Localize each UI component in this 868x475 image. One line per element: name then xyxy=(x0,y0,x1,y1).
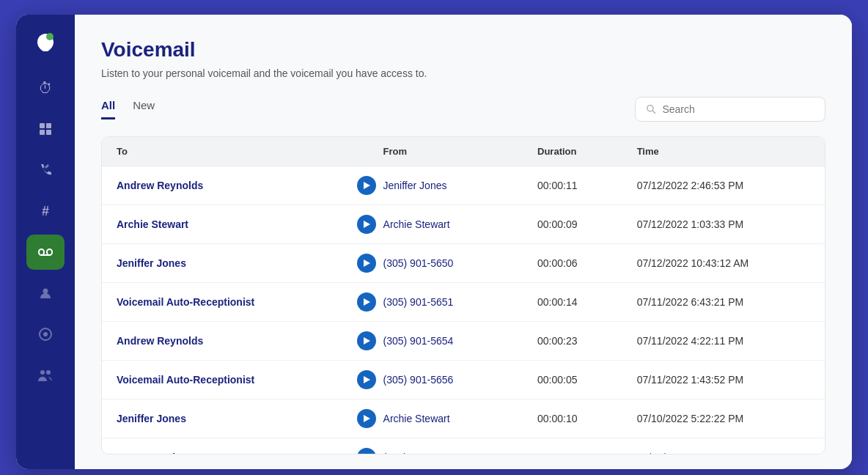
col-header-from: From xyxy=(342,137,523,166)
cell-time: 07/11/2022 4:22:11 PM xyxy=(622,322,825,361)
cell-to: Andrew Reynolds xyxy=(102,322,342,361)
svg-point-11 xyxy=(40,370,45,375)
svg-rect-2 xyxy=(46,123,51,128)
svg-rect-3 xyxy=(40,130,45,135)
cell-to: Voicemail Auto-Receptionist xyxy=(102,283,342,322)
tabs: All New xyxy=(101,99,155,119)
svg-point-12 xyxy=(46,370,51,375)
cell-duration: 00:00:11 xyxy=(523,166,622,205)
play-button[interactable] xyxy=(357,215,376,234)
play-button[interactable] xyxy=(357,176,376,195)
cell-time: 07/11/2022 6:43:21 PM xyxy=(622,283,825,322)
sidebar: ⏱ # xyxy=(16,15,75,469)
table-row: Jeniffer Jones (305) 901-5650 00:00:06 0… xyxy=(102,244,825,283)
search-box xyxy=(635,97,825,122)
cell-time: 07/11/2022 1:43:52 PM xyxy=(622,361,825,399)
svg-point-13 xyxy=(647,106,653,111)
tabs-row: All New xyxy=(101,97,825,122)
cell-from: (305) 901-5654 xyxy=(342,322,523,361)
svg-point-8 xyxy=(43,289,48,294)
cell-duration: 00:00:10 xyxy=(523,399,622,438)
cell-from: (305) 901-5651 xyxy=(342,283,523,322)
svg-point-10 xyxy=(43,332,48,336)
cell-to: Voicemail Auto-Receptionist xyxy=(102,361,342,399)
app-container: ⏱ # xyxy=(16,15,852,469)
cell-to: Andrew Reynolds xyxy=(102,166,342,205)
table-row: Andrew Reynolds (305) 901-5654 00:00:23 … xyxy=(102,322,825,361)
sidebar-item-team[interactable] xyxy=(26,358,65,393)
play-button[interactable] xyxy=(357,292,376,312)
cell-time: 07/10/2022 2:21:18 PM xyxy=(622,438,825,455)
voicemail-table: To From Duration Time Andrew Reynolds Je… xyxy=(102,137,825,454)
cell-to: Jeniffer Jones xyxy=(102,399,342,438)
sidebar-item-contacts[interactable] xyxy=(26,276,65,311)
cell-to: Jeniffer Jones xyxy=(102,244,342,283)
col-header-time: Time xyxy=(622,137,825,166)
cell-time: 07/12/2022 1:03:33 PM xyxy=(622,205,825,244)
cell-from: Archie Stewart xyxy=(342,205,523,244)
cell-duration: 00:00:09 xyxy=(523,438,622,455)
page-title: Voicemail xyxy=(101,38,825,62)
sidebar-logo xyxy=(29,26,62,59)
cell-from: (305) 901-5650 xyxy=(342,244,523,283)
cell-time: 07/12/2022 10:43:12 AM xyxy=(622,244,825,283)
from-name: Archie Stewart xyxy=(383,218,450,230)
from-name: (305) 901-5651 xyxy=(383,296,454,308)
table-row: Andrew Reynolds Jeniffer Jones 00:00:11 … xyxy=(102,166,825,205)
cell-duration: 00:00:14 xyxy=(523,283,622,322)
table-row: James Harris (305) 901-5651 00:00:09 07/… xyxy=(102,438,825,455)
sidebar-item-voicemail[interactable] xyxy=(26,235,65,270)
tab-all[interactable]: All xyxy=(101,99,115,119)
cell-from: (305) 901-5656 xyxy=(342,361,523,399)
from-name: Archie Stewart xyxy=(383,413,450,424)
sidebar-item-calls[interactable] xyxy=(26,152,65,188)
play-button[interactable] xyxy=(357,254,376,273)
col-header-to: To xyxy=(102,137,342,166)
cell-time: 07/10/2022 5:22:22 PM xyxy=(622,399,825,438)
table-row: Voicemail Auto-Receptionist (305) 901-56… xyxy=(102,283,825,322)
page-subtitle: Listen to your personal voicemail and th… xyxy=(101,67,825,79)
from-name: (305) 901-5650 xyxy=(383,257,454,269)
tab-new[interactable]: New xyxy=(133,99,155,119)
play-button[interactable] xyxy=(357,331,376,350)
svg-rect-4 xyxy=(46,130,51,135)
svg-rect-1 xyxy=(40,123,45,128)
sidebar-item-grid[interactable] xyxy=(26,111,65,147)
table-header-row: To From Duration Time xyxy=(102,137,825,166)
sidebar-item-support[interactable] xyxy=(26,317,65,352)
play-button[interactable] xyxy=(357,370,376,389)
svg-point-0 xyxy=(46,33,54,40)
sidebar-item-hash[interactable]: # xyxy=(26,194,65,229)
play-button[interactable] xyxy=(357,409,376,428)
svg-rect-5 xyxy=(39,249,44,255)
cell-to: Archie Stewart xyxy=(102,205,342,244)
svg-rect-6 xyxy=(47,249,52,255)
search-input[interactable] xyxy=(662,103,814,115)
cell-time: 07/12/2022 2:46:53 PM xyxy=(622,166,825,205)
main-content: Voicemail Listen to your personal voicem… xyxy=(75,15,852,469)
svg-line-14 xyxy=(652,111,655,113)
cell-duration: 00:00:09 xyxy=(523,205,622,244)
cell-from: Archie Stewart xyxy=(342,399,523,438)
cell-duration: 00:00:23 xyxy=(523,322,622,361)
from-name: Jeniffer Jones xyxy=(383,180,447,191)
cell-from: (305) 901-5651 xyxy=(342,438,523,455)
cell-duration: 00:00:06 xyxy=(523,244,622,283)
table-row: Voicemail Auto-Receptionist (305) 901-56… xyxy=(102,361,825,399)
from-name: (305) 901-5656 xyxy=(383,374,454,386)
voicemail-table-wrapper: To From Duration Time Andrew Reynolds Je… xyxy=(101,136,825,454)
table-row: Jeniffer Jones Archie Stewart 00:00:10 0… xyxy=(102,399,825,438)
cell-to: James Harris xyxy=(102,438,342,455)
sidebar-item-recent[interactable]: ⏱ xyxy=(26,70,65,106)
play-button[interactable] xyxy=(357,448,376,454)
cell-duration: 00:00:05 xyxy=(523,361,622,399)
col-header-duration: Duration xyxy=(523,137,622,166)
table-row: Archie Stewart Archie Stewart 00:00:09 0… xyxy=(102,205,825,244)
cell-from: Jeniffer Jones xyxy=(342,166,523,205)
from-name: (305) 901-5651 xyxy=(383,452,454,454)
search-icon xyxy=(646,103,656,115)
from-name: (305) 901-5654 xyxy=(383,335,454,347)
